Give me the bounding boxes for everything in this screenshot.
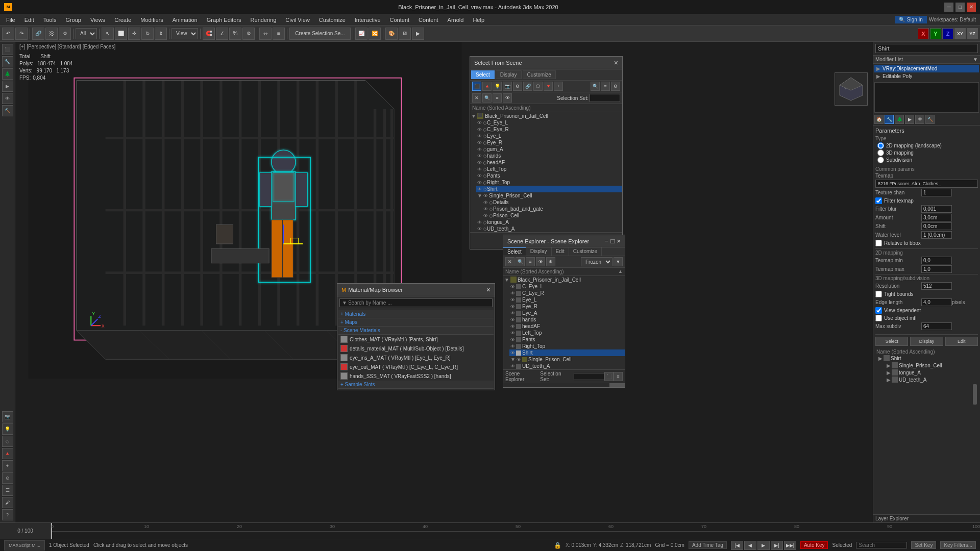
modifier-item-editable-poly[interactable]: ▶ Editable Poly [874, 72, 979, 80]
tight-bounds-checkbox[interactable] [875, 291, 882, 297]
render-btn[interactable]: ▶ [412, 28, 424, 40]
tree-left-top[interactable]: 👁◇ Left_Top [476, 166, 622, 172]
menu-help[interactable]: Help [469, 16, 488, 24]
se-close-btn[interactable]: ✕ [505, 257, 514, 266]
relative-bbox-checkbox[interactable] [875, 240, 882, 246]
modifier-item-vray[interactable]: ▶ VRay:DisplacementMod [874, 65, 979, 72]
tree-gum[interactable]: 👁◇ gum_A [476, 146, 622, 153]
tree-pants[interactable]: 👁◇ Pants [476, 172, 622, 179]
se-col-btn[interactable]: ≡ [526, 257, 535, 266]
mat-hands[interactable]: hands_SSS_MAT ( VRayFastSSS2 ) [hands] [338, 371, 494, 381]
maximize-btn[interactable]: □ [955, 3, 965, 12]
se-eye-l[interactable]: 👁 C_Eye_L [509, 283, 625, 290]
tree-prison-cellobj[interactable]: 👁◇ Prison_Cell [482, 212, 622, 219]
sidebar-system-icon[interactable]: ☰ [2, 485, 13, 496]
sdiag-icon-8[interactable]: 🔻 [544, 82, 553, 91]
sdiag-filter-1[interactable]: 🔍 [591, 82, 600, 91]
scale-btn[interactable]: ⇕ [155, 28, 167, 40]
view-dropdown[interactable]: View [172, 28, 198, 39]
material-editor-btn[interactable]: 🎨 [385, 28, 398, 40]
se-ud-teeth[interactable]: 👁 UD_teeth_A [509, 363, 625, 369]
mat-details[interactable]: details_material_MAT ( Multi/Sub-Object … [338, 344, 494, 353]
spinner-snap-btn[interactable]: ⚙ [242, 28, 255, 40]
rp-ud-item[interactable]: ▶ UD_teeth_A [878, 376, 977, 383]
undo-btn[interactable]: ↶ [2, 28, 14, 40]
mat-eye-ins[interactable]: eye_ins_A_MAT ( VRayMtl ) [Eye_L, Eye_R] [338, 353, 494, 362]
panel-icon-2[interactable]: 🔧 [885, 115, 894, 124]
redo-btn[interactable]: ↷ [15, 28, 28, 40]
create-selection-btn[interactable]: Create Selection Se... [289, 28, 351, 40]
se-icon-btn-2[interactable]: ≡ [614, 372, 623, 381]
sidebar-paint-icon[interactable]: 🖌 [2, 497, 13, 508]
go-end-btn[interactable]: ▶▶| [784, 541, 796, 550]
se-scrollbar[interactable] [503, 383, 625, 387]
se-frozen-dropdown[interactable]: Frozen [581, 257, 612, 266]
type-option-2[interactable]: 3D mapping [877, 149, 978, 156]
type-option-3[interactable]: Subdivision [877, 157, 978, 163]
minimize-btn[interactable]: ─ [944, 3, 953, 12]
sidebar-camera-icon[interactable]: 📷 [2, 411, 13, 422]
texmap-min-input[interactable] [921, 257, 952, 264]
link-btn[interactable]: 🔗 [32, 28, 44, 40]
se-freeze-btn[interactable]: ❄ [546, 257, 555, 266]
sign-in-btn[interactable]: 🔍 Sign In [895, 16, 927, 23]
select-tab-select[interactable]: Select [471, 70, 495, 79]
sidebar-space-icon[interactable]: ⊙ [2, 472, 13, 484]
add-time-tag-btn[interactable]: Add Time Tag [689, 541, 727, 549]
se-headaf[interactable]: 👁 headAF [509, 323, 625, 330]
mat-eye-out[interactable]: eye_out_MAT ( VRayMtl ) [C_Eye_L, C_Eye_… [338, 362, 494, 371]
close-btn-row2[interactable]: ✕ [472, 93, 481, 103]
sidebar-create-icon[interactable]: ⬛ [2, 44, 13, 55]
select-dialog-close[interactable]: × [614, 59, 618, 67]
tree-headaf[interactable]: 👁◇ headAF [476, 159, 622, 166]
menu-graph-editors[interactable]: Graph Editors [203, 16, 246, 24]
select-region-btn[interactable]: ⬜ [115, 28, 127, 40]
bottom-display-btn[interactable]: Display [910, 337, 943, 346]
set-key-btn[interactable]: Set Key [911, 541, 936, 549]
next-frame-btn[interactable]: ▶| [771, 541, 783, 550]
bottom-select-btn[interactable]: Select [875, 337, 908, 346]
menu-rendering[interactable]: Rendering [247, 16, 281, 24]
edge-length-input[interactable] [921, 298, 952, 306]
materials-section-header[interactable]: + Materials [338, 310, 494, 318]
sidebar-geo-icon[interactable]: 🔺 [2, 448, 13, 459]
maps-section-header[interactable]: + Maps [338, 318, 494, 327]
tree-ud-teeth[interactable]: 👁◇ UD_teeth_A [476, 226, 622, 232]
scene-exp-max[interactable]: □ [610, 237, 615, 245]
percent-snap-btn[interactable]: % [229, 28, 241, 40]
use-object-mtl-checkbox[interactable] [875, 315, 882, 321]
menu-create[interactable]: Create [110, 16, 135, 24]
panel-icon-1[interactable]: 🏠 [874, 115, 884, 124]
unlink-btn[interactable]: ⛓ [45, 28, 58, 40]
se-eye-a[interactable]: 👁 Eye_A [509, 310, 625, 316]
filter-texmap-checkbox[interactable] [875, 197, 882, 204]
se-shirt[interactable]: 👁 Shirt [509, 349, 625, 356]
menu-civil-view[interactable]: Civil View [281, 16, 313, 24]
se-scrollbar-thumb[interactable] [609, 383, 625, 387]
move-btn[interactable]: ✛ [128, 28, 140, 40]
sdiag-icon-4[interactable]: 📷 [503, 82, 512, 91]
tree-hands[interactable]: 👁◇ hands [476, 153, 622, 159]
sample-slots-header[interactable]: + Sample Slots [338, 381, 494, 389]
tree-prison-bad[interactable]: 👁◇ Prison_bad_and_gate [482, 206, 622, 212]
sidebar-shape-icon[interactable]: ◇ [2, 436, 13, 447]
layer-explorer-label[interactable]: Layer Explorer [873, 514, 980, 522]
select-tab-display[interactable]: Display [496, 70, 522, 79]
play-btn[interactable]: ▶ [757, 541, 770, 550]
resolution-input[interactable] [921, 282, 952, 290]
angle-snap-btn[interactable]: ∠ [216, 28, 228, 40]
menu-scripting[interactable]: Interactive [351, 16, 385, 24]
se-eye-r[interactable]: 👁 C_Eye_R [509, 290, 625, 296]
close-btn[interactable]: ✕ [967, 3, 976, 12]
viewport-cube[interactable]: VIEW [835, 72, 868, 106]
panel-icon-5[interactable]: 👁 [915, 115, 924, 124]
scrollbar-thumb[interactable] [973, 384, 977, 405]
mat-clothes[interactable]: Clothes_MAT ( VRayMtl ) [Pants, Shirt] [338, 335, 494, 344]
viewport-area[interactable]: [+] [Perspective] [Standard] [Edged Face… [15, 42, 873, 522]
se-right-top[interactable]: 👁 Right_Top [509, 343, 625, 349]
type-radio-3[interactable] [877, 157, 884, 163]
bind-btn[interactable]: ⚙ [59, 28, 71, 40]
se-tab-customize[interactable]: Customize [569, 247, 602, 256]
tree-scrollbar[interactable] [876, 384, 977, 405]
sidebar-modify-icon[interactable]: 🔧 [2, 56, 13, 67]
